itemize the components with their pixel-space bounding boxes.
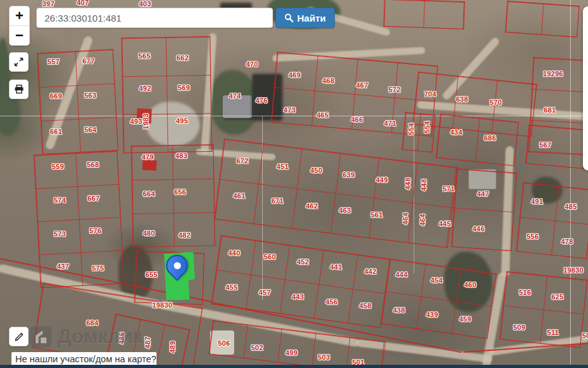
- parcel-grid: [214, 139, 458, 248]
- parcel-label: 571: [443, 185, 455, 193]
- parcel-label: 573: [54, 230, 66, 238]
- parcel-label: 492: [139, 85, 151, 92]
- parcel-label: 474: [229, 92, 241, 100]
- parcel-label: 669: [50, 92, 62, 100]
- parcel-label: 509: [514, 324, 526, 331]
- pencil-icon: [14, 332, 24, 342]
- parcel-label: 471: [384, 119, 396, 127]
- search-button-label: Найти: [297, 13, 326, 24]
- parcel-label: 493: [130, 118, 143, 125]
- parcel-label: 483: [176, 152, 188, 160]
- parcel-label: 567: [540, 141, 552, 149]
- parcel-label: 470: [246, 60, 258, 68]
- parcel-label: 465: [317, 111, 329, 119]
- parcel-label: 451: [277, 163, 289, 170]
- parcel-label: 491: [531, 198, 543, 205]
- flagged-building: [143, 160, 157, 171]
- parcel-label: 459: [459, 315, 472, 323]
- not-found-prompt-label: Не нашли участок/дом на карте?: [15, 354, 157, 364]
- parcel-label: 489: [169, 341, 176, 353]
- side-panel-edge[interactable]: [583, 6, 588, 170]
- print-button[interactable]: [9, 79, 29, 99]
- parcel-label: 19830: [563, 266, 584, 274]
- printer-icon: [14, 85, 24, 94]
- parcel-label: 625: [552, 293, 564, 301]
- parcel-label: 503: [318, 353, 330, 361]
- parcel-label: 462: [306, 202, 318, 210]
- parcel-label: 19830: [152, 301, 172, 309]
- parcel-label: 559: [52, 163, 64, 170]
- parcel-label: 511: [547, 329, 559, 336]
- parcel-label: 686: [484, 134, 496, 142]
- parcel-label: 452: [297, 258, 309, 266]
- parcel-label: 655: [146, 271, 158, 278]
- parcel-label: 19296: [543, 70, 563, 78]
- parcel-label: 466: [351, 116, 363, 123]
- parcel-label: 448: [420, 179, 428, 191]
- not-found-prompt[interactable]: Не нашли участок/дом на карте?: [11, 352, 157, 366]
- parcel-grid: [505, 1, 579, 37]
- parcel-label: 446: [473, 225, 485, 233]
- parcel-label: 439: [426, 311, 438, 318]
- parcel-label: 438: [393, 306, 405, 314]
- parcel-label: 460: [465, 281, 477, 289]
- parcel-label: 487: [144, 337, 151, 349]
- parcel-label: 455: [226, 283, 238, 291]
- parcel-label: 434: [451, 128, 463, 136]
- parcel-label: 479: [142, 153, 154, 161]
- parcel-label: 476: [256, 97, 268, 104]
- expand-icon: [14, 57, 24, 67]
- parcel-label: 403: [139, 0, 151, 8]
- parcel-label: 463: [339, 207, 351, 214]
- parcel-label: 556: [527, 233, 539, 240]
- parcel-label: 639: [343, 171, 355, 179]
- zoom-controls: + −: [9, 6, 30, 46]
- parcel-label: 444: [396, 271, 408, 278]
- parcel-label: 50: [582, 332, 588, 339]
- search-button[interactable]: Найти: [276, 8, 335, 28]
- parcel-label: 561: [371, 211, 383, 219]
- parcel-label: 473: [284, 106, 296, 114]
- parcel-grid: [525, 125, 588, 169]
- zoom-in-button[interactable]: +: [10, 6, 29, 25]
- parcel-label: 445: [439, 220, 451, 228]
- parcel-label: 570: [490, 99, 502, 106]
- parcel-grid: [451, 168, 517, 251]
- parcel-label: 677: [83, 57, 95, 65]
- parcel-label: 482: [179, 231, 191, 239]
- parcel-label: 442: [365, 268, 377, 275]
- parcel-label: 485: [565, 203, 577, 210]
- parcel-label: 464: [419, 214, 426, 226]
- parcel-label: 575: [92, 264, 104, 272]
- parcel-label: 506: [218, 339, 230, 347]
- parcel-label: 448: [404, 178, 412, 190]
- parcel-label: 443: [292, 293, 304, 301]
- parcel-label: 569: [178, 84, 190, 92]
- parcel-label: 661: [50, 128, 62, 135]
- parcel-label: 516: [519, 289, 531, 296]
- fullscreen-button[interactable]: [9, 52, 29, 72]
- map-canvas[interactable]: 3974074035576775656624704694684675727046…: [0, 0, 588, 368]
- edit-button[interactable]: [9, 327, 29, 346]
- parcel-label: 667: [88, 194, 100, 202]
- parcel-label: 440: [228, 249, 241, 257]
- cadastral-search-input[interactable]: [37, 8, 288, 27]
- watermark-brand: Домклик: [57, 325, 143, 348]
- parcel-label: 447: [477, 190, 489, 198]
- parcel-label: 441: [330, 263, 342, 271]
- parcel-label: 656: [174, 188, 186, 196]
- parcel-label: 467: [356, 81, 368, 89]
- plus-icon: +: [15, 8, 24, 24]
- parcel-label: 563: [85, 92, 97, 99]
- parcel-grid: [516, 182, 588, 259]
- parcel-label: 450: [311, 167, 323, 174]
- parcel-label: 478: [561, 238, 573, 245]
- parcel-label: 664: [143, 190, 155, 198]
- zoom-out-button[interactable]: −: [10, 25, 29, 45]
- parcel-label: 456: [326, 298, 338, 306]
- parcel-label: 502: [251, 344, 263, 351]
- parcel-label: 454: [431, 276, 443, 284]
- parcel-label: 564: [85, 126, 97, 133]
- parcel-label: 681: [544, 106, 556, 114]
- parcel-label: 1983: [142, 113, 150, 129]
